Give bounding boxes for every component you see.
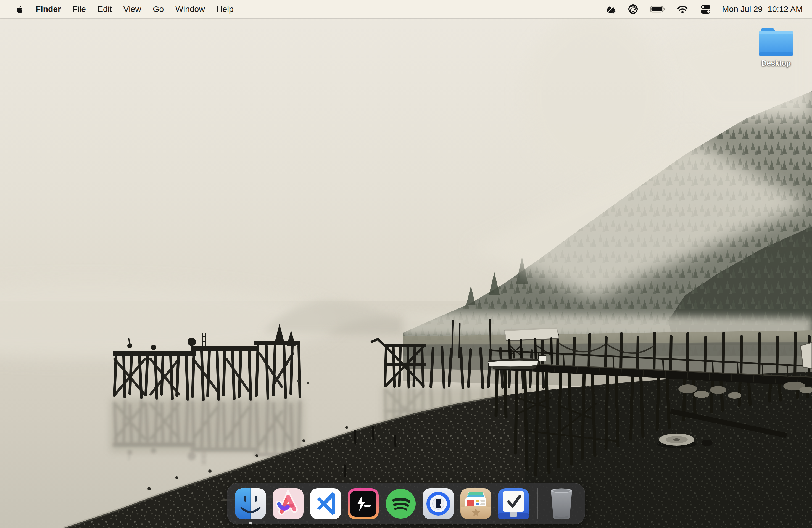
dock-app-arc-browser[interactable]	[272, 487, 304, 520]
striped-glyph-menu-extra[interactable]	[601, 0, 620, 18]
dock-app-warp-terminal[interactable]	[347, 487, 379, 520]
blue-folder-icon	[756, 27, 796, 58]
control-center-menu-extra[interactable]	[696, 0, 715, 18]
menu-bar-status: Mon Jul 29 10:12 AM	[601, 0, 812, 18]
menu-bar: Finder File Edit View Go Window Help	[0, 0, 812, 18]
menu-item-finder[interactable]: Finder	[30, 0, 67, 18]
menu-bar-clock[interactable]: Mon Jul 29 10:12 AM	[719, 4, 802, 14]
warp-terminal-icon	[347, 487, 379, 520]
finder-icon	[234, 487, 267, 520]
control-center-icon	[700, 3, 712, 15]
menu-item-view[interactable]: View	[118, 0, 147, 18]
menu-item-window[interactable]: Window	[170, 0, 211, 18]
macos-desktop: Finder File Edit View Go Window Help	[0, 0, 812, 528]
shutter-menu-extra[interactable]	[624, 0, 642, 18]
spotify-icon	[385, 487, 417, 520]
dock-trash[interactable]	[545, 487, 578, 520]
menu-bar-left: Finder File Edit View Go Window Help	[0, 0, 240, 18]
striped-glyph-icon	[605, 4, 616, 15]
desktop-folder-label: Desktop	[762, 59, 791, 68]
vscode-icon	[309, 487, 342, 520]
1password-icon	[422, 487, 454, 520]
dock-app-finder[interactable]	[234, 487, 267, 520]
menu-item-go[interactable]: Go	[147, 0, 170, 18]
apple-logo-icon	[15, 4, 23, 14]
desktop-folder-icon[interactable]: Desktop	[751, 27, 801, 68]
menu-item-edit[interactable]: Edit	[92, 0, 118, 18]
wallpaper-scene	[0, 0, 812, 528]
dock-separator	[537, 488, 538, 519]
wifi-icon	[677, 4, 688, 15]
menu-item-file[interactable]: File	[67, 0, 92, 18]
dock	[227, 483, 585, 524]
clock-time: 10:12 AM	[768, 4, 802, 14]
dock-app-vscode[interactable]	[309, 487, 342, 520]
battery-menu-extra[interactable]	[646, 0, 669, 18]
battery-icon	[650, 4, 665, 15]
wifi-menu-extra[interactable]	[673, 0, 692, 18]
dock-app-card-wallet[interactable]	[460, 487, 492, 520]
arc-browser-icon	[272, 487, 304, 520]
running-indicator	[249, 522, 252, 524]
dock-app-spotify[interactable]	[385, 487, 417, 520]
apple-menu[interactable]	[8, 0, 30, 18]
desktop-wallpaper[interactable]	[0, 0, 812, 528]
clock-date: Mon Jul 29	[722, 4, 763, 14]
menu-item-help[interactable]: Help	[211, 0, 240, 18]
card-wallet-app-icon	[460, 487, 492, 520]
dock-app-things[interactable]	[497, 487, 530, 520]
dock-app-1password[interactable]	[422, 487, 454, 520]
shutter-icon	[627, 3, 639, 15]
things-todo-icon	[497, 487, 530, 520]
trash-icon	[546, 487, 577, 520]
